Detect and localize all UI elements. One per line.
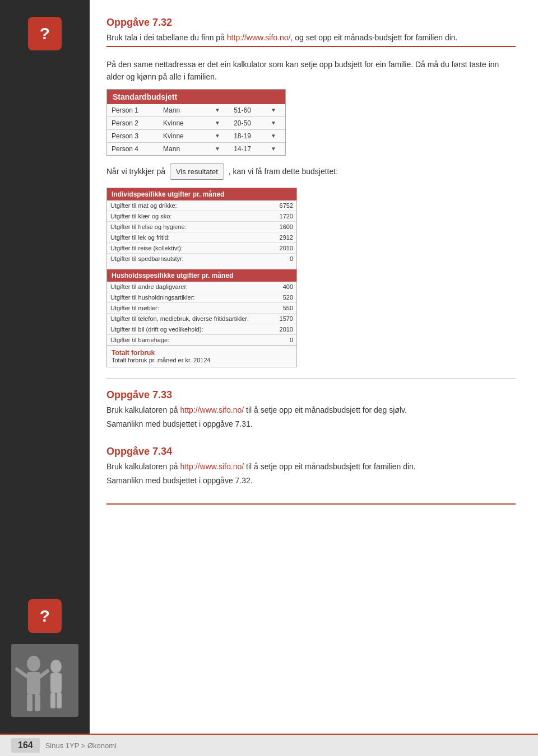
husholdss-table: Utgifter til andre dagligvarer: 400 Utgi… bbox=[107, 282, 296, 345]
age-range: 18-19 bbox=[229, 129, 266, 142]
table-row: Utgifter til barnehage: 0 bbox=[107, 335, 296, 346]
question-badge-1: ? bbox=[28, 17, 62, 50]
age-range: 20-50 bbox=[229, 116, 266, 129]
svg-rect-6 bbox=[50, 673, 62, 693]
svg-rect-4 bbox=[35, 694, 40, 711]
dropdown-arrow[interactable]: ▼ bbox=[210, 129, 229, 142]
expense-label: Utgifter til møbler: bbox=[107, 303, 268, 314]
table-row: Utgifter til lek og fritid: 2912 bbox=[107, 232, 296, 243]
button-line: Når vi trykkjer på Vis resultatet , kan … bbox=[106, 164, 516, 180]
svg-rect-8 bbox=[57, 693, 62, 708]
expense-value: 1600 bbox=[268, 222, 296, 232]
age-range: 14-17 bbox=[229, 142, 266, 155]
table-row: Utgifter til helse og hygiene: 1600 bbox=[107, 222, 296, 232]
individ-table: Utgifter til mat og drikke: 6752 Utgifte… bbox=[107, 200, 296, 264]
age-range: 51-60 bbox=[229, 104, 266, 117]
standardbudsjett-table: Person 1 Mann ▼ 51-60 ▼ Person 2 Kvinne … bbox=[107, 104, 285, 155]
totalt-value: Totalt forbruk pr. måned er kr. 20124 bbox=[112, 357, 292, 363]
expense-value: 2912 bbox=[268, 232, 296, 243]
person-name: Person 3 bbox=[107, 129, 159, 142]
husholdss-header: Husholdsspesifikke utgifter pr. måned bbox=[107, 269, 296, 282]
intro-para: På den same nettadressa er det ein kalku… bbox=[106, 58, 516, 83]
table-row: Utgifter til møbler: 550 bbox=[107, 303, 296, 314]
expense-label: Utgifter til telefon, mediebruk, diverse… bbox=[107, 314, 268, 324]
dropdown-arrow-2[interactable]: ▼ bbox=[266, 142, 285, 155]
task-7-32-title: Oppgåve 7.32 bbox=[106, 17, 516, 29]
expense-label: Utgifter til husholdningsartikler: bbox=[107, 292, 268, 303]
top-divider bbox=[106, 46, 516, 47]
sidebar: ? ? bbox=[0, 0, 90, 734]
section-gap bbox=[107, 264, 296, 269]
task-7-33-line3: Samanlikn med budsjettet i oppgåve 7.31. bbox=[106, 418, 516, 430]
table-row: Utgifter til andre dagligvarer: 400 bbox=[107, 282, 296, 292]
person-gender: Kvinne bbox=[159, 116, 210, 129]
task-7-32-text: Bruk tala i dei tabellane du finn på htt… bbox=[106, 32, 516, 44]
expense-value: 0 bbox=[268, 254, 296, 264]
task-7-34-text: Bruk kalkulatoren på http://www.sifo.no/… bbox=[106, 461, 516, 473]
page-number: 164 bbox=[11, 738, 40, 753]
main-content: Oppgåve 7.32 Bruk tala i dei tabellane d… bbox=[90, 0, 538, 734]
task-7-34-link[interactable]: http://www.sifo.no/ bbox=[180, 462, 244, 471]
task-7-33-title: Oppgåve 7.33 bbox=[106, 389, 516, 401]
dropdown-arrow-2[interactable]: ▼ bbox=[266, 104, 285, 117]
task-7-33-link[interactable]: http://www.sifo.no/ bbox=[180, 405, 244, 414]
table-row: Utgifter til klær og sko: 1720 bbox=[107, 211, 296, 222]
svg-point-5 bbox=[50, 660, 62, 673]
task-7-34: Oppgåve 7.34 Bruk kalkulatoren på http:/… bbox=[106, 446, 516, 487]
svg-rect-2 bbox=[27, 672, 40, 694]
svg-point-1 bbox=[27, 656, 40, 671]
expense-label: Utgifter til reise (kollektivt): bbox=[107, 243, 268, 254]
expense-value: 0 bbox=[268, 335, 296, 346]
dropdown-arrow-2[interactable]: ▼ bbox=[266, 116, 285, 129]
sidebar-decorative-image bbox=[11, 644, 78, 717]
table-row: Utgifter til spedbarnsutstyr: 0 bbox=[107, 254, 296, 264]
result-box: Individspesifikke utgifter pr. måned Utg… bbox=[106, 188, 297, 367]
task-7-34-title: Oppgåve 7.34 bbox=[106, 446, 516, 458]
expense-value: 520 bbox=[268, 292, 296, 303]
expense-value: 2010 bbox=[268, 324, 296, 335]
task-7-34-line3: Samanlikn med budsjettet i oppgåve 7.32. bbox=[106, 475, 516, 487]
dropdown-arrow-2[interactable]: ▼ bbox=[266, 129, 285, 142]
person-gender: Mann bbox=[159, 104, 210, 117]
table-row: Utgifter til bil (drift og vedlikehold):… bbox=[107, 324, 296, 335]
totalt-title: Totalt forbruk bbox=[112, 349, 292, 357]
table-row: Person 4 Mann ▼ 14-17 ▼ bbox=[107, 142, 285, 155]
person-name: Person 4 bbox=[107, 142, 159, 155]
expense-value: 400 bbox=[268, 282, 296, 292]
vis-resultatet-button[interactable]: Vis resultatet bbox=[170, 164, 224, 180]
standardbudsjett-box: Standardbudsjett Person 1 Mann ▼ 51-60 ▼… bbox=[106, 89, 286, 156]
person-gender: Mann bbox=[159, 142, 210, 155]
bottom-divider bbox=[106, 503, 516, 505]
dropdown-arrow[interactable]: ▼ bbox=[210, 104, 229, 117]
question-badge-2: ? bbox=[28, 599, 62, 633]
expense-label: Utgifter til andre dagligvarer: bbox=[107, 282, 268, 292]
task-7-32: Oppgåve 7.32 Bruk tala i dei tabellane d… bbox=[106, 17, 516, 44]
expense-value: 550 bbox=[268, 303, 296, 314]
table-row: Person 3 Kvinne ▼ 18-19 ▼ bbox=[107, 129, 285, 142]
expense-value: 2010 bbox=[268, 243, 296, 254]
svg-rect-3 bbox=[27, 694, 33, 711]
table-row: Utgifter til husholdningsartikler: 520 bbox=[107, 292, 296, 303]
dropdown-arrow[interactable]: ▼ bbox=[210, 116, 229, 129]
standardbudsjett-header: Standardbudsjett bbox=[107, 90, 285, 104]
dropdown-arrow[interactable]: ▼ bbox=[210, 142, 229, 155]
expense-label: Utgifter til bil (drift og vedlikehold): bbox=[107, 324, 268, 335]
expense-label: Utgifter til spedbarnsutstyr: bbox=[107, 254, 268, 264]
person-name: Person 1 bbox=[107, 104, 159, 117]
table-row: Person 2 Kvinne ▼ 20-50 ▼ bbox=[107, 116, 285, 129]
svg-rect-7 bbox=[50, 693, 55, 708]
person-gender: Kvinne bbox=[159, 129, 210, 142]
totalt-section: Totalt forbruk Totalt forbruk pr. måned … bbox=[107, 345, 296, 367]
expense-value: 1570 bbox=[268, 314, 296, 324]
expense-label: Utgifter til barnehage: bbox=[107, 335, 268, 346]
expense-label: Utgifter til mat og drikke: bbox=[107, 200, 268, 211]
breadcrumb: Sinus 1YP > Økonomi bbox=[45, 741, 117, 750]
table-row: Utgifter til mat og drikke: 6752 bbox=[107, 200, 296, 211]
individ-header: Individspesifikke utgifter pr. måned bbox=[107, 188, 296, 200]
task-7-32-link[interactable]: http://www.sifo.no/ bbox=[227, 33, 291, 42]
table-row: Utgifter til reise (kollektivt): 2010 bbox=[107, 243, 296, 254]
footer: 164 Sinus 1YP > Økonomi bbox=[0, 734, 538, 756]
table-row: Person 1 Mann ▼ 51-60 ▼ bbox=[107, 104, 285, 117]
expense-label: Utgifter til helse og hygiene: bbox=[107, 222, 268, 232]
expense-label: Utgifter til lek og fritid: bbox=[107, 232, 268, 243]
